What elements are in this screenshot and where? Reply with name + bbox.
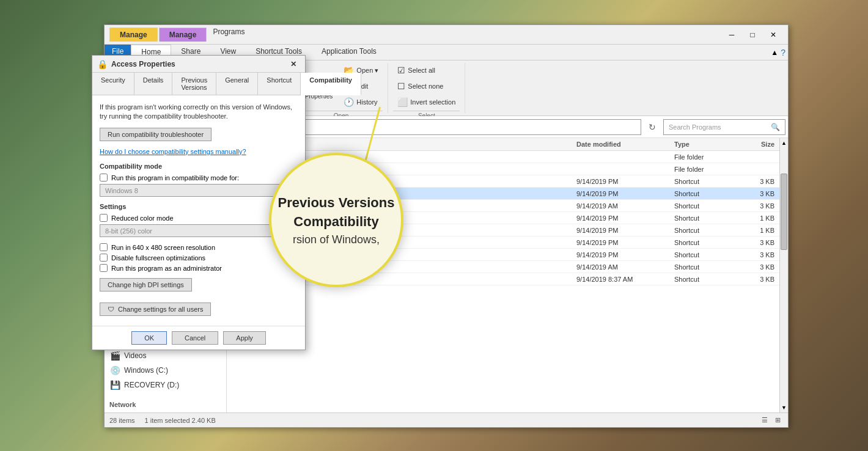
- admin-row: Run this program as an administrator: [100, 264, 298, 272]
- resolution-checkbox[interactable]: [100, 243, 108, 251]
- search-placeholder: Search Programs: [669, 123, 721, 131]
- item-count: 28 items: [109, 417, 135, 424]
- settings-label: Settings: [100, 203, 298, 210]
- reduced-color-row: Reduced color mode: [100, 214, 298, 222]
- invert-icon: ⬜: [397, 97, 408, 107]
- admin-checkbox[interactable]: [100, 264, 108, 272]
- cancel-button[interactable]: Cancel: [172, 331, 218, 345]
- sidebar-item-label: Videos: [124, 351, 146, 360]
- dialog-close-button[interactable]: ✕: [287, 57, 300, 71]
- ribbon-help-icon[interactable]: ?: [781, 48, 785, 57]
- tab-previous-versions[interactable]: Previous Versions: [172, 73, 216, 95]
- window-controls: ─ □ ✕: [722, 28, 783, 42]
- sidebar-item-label: RECOVERY (D:): [124, 381, 179, 389]
- color-depth-value: 8-bit (256) color: [105, 227, 152, 235]
- compat-mode-checkbox-row: Run this program in compatibility mode f…: [100, 174, 298, 182]
- dialog-intro-text: If this program isn't working correctly …: [100, 103, 298, 122]
- fullscreen-row: Disable fullscreen optimizations: [100, 254, 298, 262]
- col-size-header[interactable]: Size: [730, 141, 779, 148]
- invert-selection-button[interactable]: ⬜ Invert selection: [393, 95, 460, 109]
- tab-application-tools[interactable]: Application Tools: [312, 45, 386, 60]
- sidebar-item-label: Windows (C:): [124, 366, 168, 375]
- title-bar: Manage Manage Programs ─ □ ✕: [105, 25, 788, 45]
- select-none-button[interactable]: ☐ Select none: [393, 79, 460, 94]
- windows-c-icon: 💿: [109, 365, 120, 375]
- apply-button[interactable]: Apply: [223, 331, 266, 345]
- history-icon: 🕐: [344, 97, 354, 107]
- magnify-circle: Previous Versions Compatibility rsion of…: [269, 153, 403, 287]
- file-list-header: Name Date modified Type Size: [227, 138, 779, 151]
- ribbon-group-select: ☑ Select all ☐ Select none ⬜ Invert sele…: [388, 63, 465, 113]
- scroll-thumb[interactable]: [781, 174, 787, 250]
- compat-settings-link[interactable]: How do I choose compatibility settings m…: [100, 148, 246, 155]
- compat-mode-section: Compatibility mode Run this program in c…: [100, 163, 298, 197]
- compat-mode-checkbox[interactable]: [100, 174, 108, 182]
- selected-info: 1 item selected 2.40 KB: [145, 417, 216, 424]
- dialog-tabs: Security Details Previous Versions Gener…: [92, 73, 305, 95]
- videos-icon: 🎬: [109, 351, 120, 361]
- view-toggle: ☰ ⊞: [759, 415, 783, 425]
- change-dpi-button[interactable]: Change high DPI settings: [100, 278, 192, 292]
- minimize-button[interactable]: ─: [722, 28, 741, 42]
- network-section: Network: [105, 397, 226, 409]
- window-title: Programs: [213, 28, 245, 42]
- tab-shortcut[interactable]: Shortcut: [258, 73, 301, 95]
- fullscreen-checkbox[interactable]: [100, 254, 108, 262]
- dialog-title-text: Access Properties: [111, 60, 175, 68]
- vertical-scrollbar[interactable]: ▲ ▼: [779, 138, 788, 413]
- shield-icon: 🛡: [108, 306, 114, 313]
- maximize-button[interactable]: □: [743, 28, 762, 42]
- select-all-button[interactable]: ☑ Select all: [393, 63, 460, 78]
- magnify-text-line2: Compatibility: [293, 213, 378, 232]
- settings-section: Settings Reduced color mode 8-bit (256) …: [100, 203, 298, 292]
- refresh-button[interactable]: ↻: [644, 119, 661, 136]
- compat-mode-checkbox-label: Run this program in compatibility mode f…: [111, 174, 239, 182]
- select-all-icon: ☑: [397, 65, 405, 75]
- tab-security[interactable]: Security: [92, 73, 134, 95]
- dialog-button-row: OK Cancel Apply: [92, 326, 305, 350]
- compat-mode-label: Compatibility mode: [100, 163, 298, 170]
- compat-os-select[interactable]: Windows 8 ▾: [100, 184, 298, 197]
- col-type-header[interactable]: Type: [669, 141, 730, 148]
- scroll-up-button[interactable]: ▲: [780, 138, 788, 148]
- status-bar: 28 items 1 item selected 2.40 KB ☰ ⊞: [105, 413, 788, 427]
- resolution-label: Run in 640 x 480 screen resolution: [111, 244, 215, 251]
- admin-label: Run this program as an administrator: [111, 265, 222, 272]
- color-depth-select[interactable]: 8-bit (256) color ▾: [100, 224, 298, 237]
- run-troubleshooter-button[interactable]: Run compatibility troubleshooter: [100, 128, 211, 141]
- fullscreen-label: Disable fullscreen optimizations: [111, 254, 205, 262]
- sidebar-item-windows-c[interactable]: 💿 Windows (C:): [105, 363, 226, 378]
- select-none-icon: ☐: [397, 81, 405, 91]
- ok-button[interactable]: OK: [131, 331, 167, 345]
- tab-compatibility[interactable]: Compatibility: [301, 73, 361, 95]
- manage-tab-1[interactable]: Manage: [109, 28, 158, 42]
- change-all-users-button[interactable]: 🛡 Change settings for all users: [100, 302, 211, 316]
- compat-os-value: Windows 8: [105, 187, 138, 194]
- details-view-button[interactable]: ☰: [759, 415, 770, 425]
- large-icons-button[interactable]: ⊞: [773, 415, 783, 425]
- title-tabs: Manage Manage Programs: [109, 28, 722, 42]
- history-button[interactable]: 🕐 History: [339, 95, 383, 109]
- dialog-title-bar: 🔒 Access Properties ✕: [92, 56, 305, 73]
- manage-tab-2[interactable]: Manage: [159, 28, 207, 42]
- sidebar-item-recovery-d[interactable]: 💾 RECOVERY (D:): [105, 378, 226, 392]
- dialog-app-icon: 🔒: [97, 59, 108, 69]
- search-bar[interactable]: Search Programs 🔍: [663, 119, 785, 135]
- close-button[interactable]: ✕: [763, 28, 783, 42]
- reduced-color-label: Reduced color mode: [111, 215, 174, 222]
- magnify-text-line3: rsion of Windows,: [293, 233, 380, 246]
- sidebar-item-videos[interactable]: 🎬 Videos: [105, 348, 226, 363]
- ribbon-collapse-icon[interactable]: ▲: [771, 48, 778, 57]
- reduced-color-checkbox[interactable]: [100, 214, 108, 222]
- resolution-row: Run in 640 x 480 screen resolution: [100, 243, 298, 251]
- magnify-text-line1: Previous Versions: [278, 194, 395, 213]
- scroll-track[interactable]: [780, 148, 788, 403]
- scroll-down-button[interactable]: ▼: [780, 403, 788, 413]
- col-date-header[interactable]: Date modified: [572, 141, 669, 148]
- tab-general[interactable]: General: [216, 73, 258, 95]
- search-icon: 🔍: [771, 123, 780, 131]
- change-all-section: 🛡 Change settings for all users: [92, 299, 305, 326]
- tab-details[interactable]: Details: [134, 73, 173, 95]
- recovery-d-icon: 💾: [109, 380, 120, 390]
